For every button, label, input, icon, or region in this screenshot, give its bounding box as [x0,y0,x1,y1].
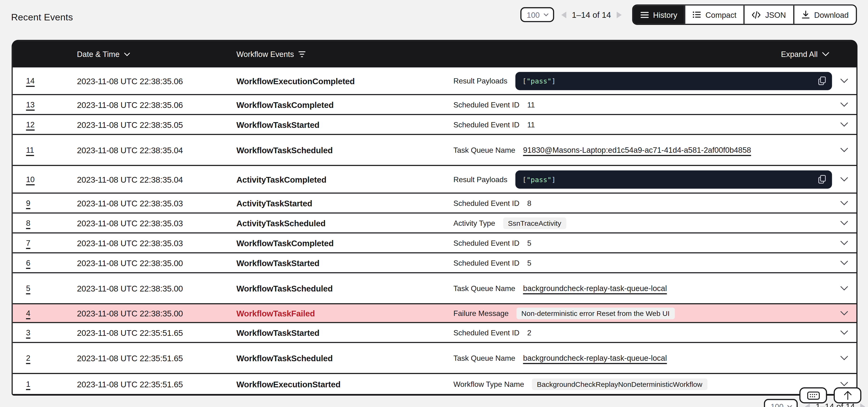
chevron-down-icon [787,405,792,407]
payload-code-block: ["pass"] [515,170,832,188]
table-row[interactable]: 14 2023-11-08 UTC 22:38:35.06 WorkflowEx… [13,68,856,95]
detail-label: Activity Type [454,219,495,227]
table-row[interactable]: 8 2023-11-08 UTC 22:38:35.03 ActivityTas… [13,214,856,233]
per-page-select-bottom[interactable]: 100 [764,399,798,407]
view-compact-button[interactable]: Compact [684,5,744,24]
detail-value: 8 [527,199,531,207]
payload-code-block: ["pass"] [515,72,832,90]
event-id-link[interactable]: 2 [13,354,77,363]
next-arrow-icon [860,403,866,407]
detail-label: Scheduled Event ID [454,328,520,337]
payload-code: ["pass"] [522,76,556,85]
row-expand-chevron-icon[interactable] [832,286,856,290]
detail-label: Task Queue Name [454,284,516,292]
detail-link[interactable]: 91830@Masons-Laptop:ed1c54a9-ac71-41d4-a… [523,146,751,154]
table-row[interactable]: 9 2023-11-08 UTC 22:38:35.03 ActivityTas… [13,194,856,214]
row-expand-chevron-icon[interactable] [832,201,856,206]
event-name: WorkflowTaskStarted [236,120,453,129]
per-page-select[interactable]: 100 [520,7,554,22]
table-row[interactable]: 7 2023-11-08 UTC 22:38:35.03 WorkflowTas… [13,233,856,253]
events-table: Date & Time Workflow Events Expand All 1… [12,40,858,396]
row-expand-chevron-icon[interactable] [832,311,856,315]
detail-link[interactable]: backgroundcheck-replay-task-queue-local [523,284,667,293]
detail-label: Workflow Type Name [454,380,524,388]
event-date: 2023-11-08 UTC 22:38:35.06 [77,100,236,109]
row-expand-chevron-icon[interactable] [832,331,856,335]
detail-label: Scheduled Event ID [454,259,520,267]
events-table-body: 14 2023-11-08 UTC 22:38:35.06 WorkflowEx… [13,68,856,394]
event-id-link[interactable]: 3 [13,328,77,337]
code-close: ] [552,175,556,183]
event-id-link[interactable]: 13 [13,100,77,109]
row-expand-chevron-icon[interactable] [832,356,856,360]
event-name: WorkflowTaskStarted [236,328,453,337]
event-name: WorkflowTaskScheduled [236,353,453,363]
row-expand-chevron-icon[interactable] [832,102,856,107]
recent-events-page: Recent Events 100 1–14 of 14 History [0,0,868,407]
next-page-button-bottom[interactable] [860,403,866,407]
row-expand-chevron-icon[interactable] [832,241,856,245]
prev-page-button[interactable] [561,11,567,19]
event-date: 2023-11-08 UTC 22:35:51.65 [77,379,236,389]
event-name: ActivityTaskCompleted [236,175,453,184]
detail-label: Result Payloads [454,175,507,183]
detail-label: Task Queue Name [454,354,516,362]
copy-icon[interactable] [818,175,826,184]
event-name: WorkflowExecutionStarted [236,379,453,389]
table-row[interactable]: 11 2023-11-08 UTC 22:38:35.04 WorkflowTa… [13,135,856,166]
table-row[interactable]: 6 2023-11-08 UTC 22:38:35.00 WorkflowTas… [13,253,856,273]
table-row[interactable]: 12 2023-11-08 UTC 22:38:35.05 WorkflowTa… [13,115,856,135]
event-detail: Result Payloads ["pass"] [454,72,832,90]
event-date: 2023-11-08 UTC 22:38:35.03 [77,218,236,228]
row-expand-chevron-icon[interactable] [832,177,856,182]
view-download-button[interactable]: Download [793,5,856,24]
table-row[interactable]: 5 2023-11-08 UTC 22:38:35.00 WorkflowTas… [13,273,856,304]
event-date: 2023-11-08 UTC 22:38:35.04 [77,145,236,155]
filter-icon [298,51,305,58]
prev-page-button-bottom[interactable] [805,403,811,407]
table-row[interactable]: 10 2023-11-08 UTC 22:38:35.04 ActivityTa… [13,166,856,194]
view-history-button[interactable]: History [633,5,684,24]
event-id-link[interactable]: 8 [13,218,77,227]
event-id-link[interactable]: 9 [13,199,77,208]
date-time-header[interactable]: Date & Time [77,50,236,59]
event-detail: Result Payloads ["pass"] [454,170,832,188]
event-detail: Activity Type SsnTraceActivity [454,217,832,229]
event-id-link[interactable]: 7 [13,238,77,247]
event-detail: Scheduled Event ID 11 [454,120,832,129]
row-expand-chevron-icon[interactable] [832,79,856,83]
event-id-link[interactable]: 10 [13,175,77,184]
table-row[interactable]: 13 2023-11-08 UTC 22:38:35.06 WorkflowTa… [13,95,856,115]
row-expand-chevron-icon[interactable] [832,221,856,225]
detail-link[interactable]: backgroundcheck-replay-task-queue-local [523,354,667,363]
next-page-button[interactable] [616,11,622,19]
event-id-link[interactable]: 4 [13,309,77,318]
row-expand-chevron-icon[interactable] [832,148,856,152]
event-id-link[interactable]: 14 [13,76,77,85]
expand-all-button[interactable]: Expand All [781,50,856,59]
table-row[interactable]: 2 2023-11-08 UTC 22:35:51.65 WorkflowTas… [13,343,856,374]
event-id-link[interactable]: 12 [13,120,77,129]
event-id-link[interactable]: 1 [13,379,77,388]
event-detail: Failure Message Non-deterministic error … [454,307,832,319]
workflow-events-header[interactable]: Workflow Events [236,50,453,59]
event-detail: Scheduled Event ID 8 [454,199,832,207]
detail-label: Scheduled Event ID [454,120,520,129]
table-header: Date & Time Workflow Events Expand All [13,41,856,68]
row-expand-chevron-icon[interactable] [832,122,856,127]
event-id-link[interactable]: 5 [13,284,77,293]
table-row[interactable]: 4 2023-11-08 UTC 22:38:35.00 WorkflowTas… [13,304,856,323]
row-expand-chevron-icon[interactable] [832,382,856,386]
row-expand-chevron-icon[interactable] [832,261,856,265]
event-detail: Workflow Type Name BackgroundCheckReplay… [454,378,832,390]
table-row[interactable]: 1 2023-11-08 UTC 22:35:51.65 WorkflowExe… [13,374,856,394]
event-date: 2023-11-08 UTC 22:38:35.05 [77,120,236,129]
table-row[interactable]: 3 2023-11-08 UTC 22:35:51.65 WorkflowTas… [13,323,856,343]
view-json-button[interactable]: JSON [744,5,793,24]
copy-icon[interactable] [818,76,826,85]
detail-label: Failure Message [454,309,509,317]
event-name: WorkflowTaskFailed [236,309,453,318]
detail-value: 11 [527,120,535,129]
event-id-link[interactable]: 11 [13,146,77,154]
event-id-link[interactable]: 6 [13,258,77,267]
